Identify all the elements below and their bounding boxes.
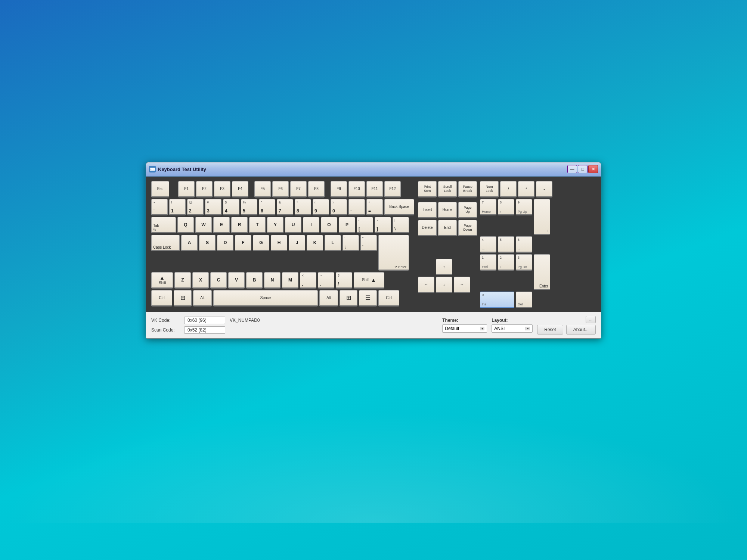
key-k[interactable]: K bbox=[307, 235, 323, 251]
key-shift-left[interactable]: ▲ Shift bbox=[151, 272, 173, 289]
key-printscr[interactable]: PrintScrn bbox=[418, 181, 437, 197]
key-num2[interactable]: 2 ↓ bbox=[498, 254, 514, 271]
key-numenter[interactable]: Enter bbox=[534, 254, 550, 290]
key-g[interactable]: G bbox=[253, 235, 269, 251]
key-pagedown[interactable]: PageDown bbox=[458, 220, 477, 236]
key-h[interactable]: H bbox=[271, 235, 287, 251]
key-s[interactable]: S bbox=[199, 235, 216, 251]
key-minus[interactable]: _- bbox=[348, 199, 365, 215]
key-delete[interactable]: Delete bbox=[418, 220, 437, 236]
dots-button[interactable]: ... bbox=[586, 316, 596, 323]
key-pause[interactable]: PauseBreak bbox=[458, 181, 477, 197]
maximize-button[interactable]: □ bbox=[578, 165, 588, 173]
key-equals[interactable]: += bbox=[366, 199, 383, 215]
key-t[interactable]: T bbox=[249, 217, 266, 233]
key-f10[interactable]: F10 bbox=[348, 181, 365, 197]
key-x[interactable]: X bbox=[192, 272, 209, 289]
key-right[interactable]: → bbox=[454, 277, 470, 293]
key-f7[interactable]: F7 bbox=[290, 181, 307, 197]
key-home[interactable]: Home bbox=[438, 202, 457, 218]
key-num0[interactable]: 0 Ins bbox=[480, 292, 514, 308]
key-win-right[interactable]: ⊞ bbox=[340, 290, 357, 307]
key-ctrl-right[interactable]: Ctrl bbox=[378, 290, 399, 307]
key-capslock[interactable]: Caps Lock bbox=[151, 235, 180, 251]
key-menu[interactable]: ☰ bbox=[359, 290, 377, 307]
about-button[interactable]: About... bbox=[566, 325, 596, 335]
key-insert[interactable]: Insert bbox=[418, 202, 437, 218]
key-num4[interactable]: 4 ← bbox=[480, 236, 496, 253]
key-f6[interactable]: F6 bbox=[272, 181, 289, 197]
key-0[interactable]: )0 bbox=[331, 199, 347, 215]
key-f2[interactable]: F2 bbox=[196, 181, 213, 197]
key-alt-left[interactable]: Alt bbox=[193, 290, 212, 307]
key-esc[interactable]: Esc bbox=[151, 181, 169, 197]
key-f5[interactable]: F5 bbox=[254, 181, 271, 197]
key-left[interactable]: ← bbox=[418, 277, 434, 293]
key-num1[interactable]: 1 End bbox=[480, 254, 496, 271]
key-space[interactable]: Space bbox=[213, 290, 318, 307]
key-enter[interactable]: ↵ Enter bbox=[378, 235, 409, 271]
key-2[interactable]: @2 bbox=[187, 199, 204, 215]
key-backtick[interactable]: ~` bbox=[151, 199, 168, 215]
key-f[interactable]: F bbox=[235, 235, 251, 251]
key-nummul[interactable]: * bbox=[518, 181, 534, 197]
key-num9[interactable]: 9 Pg Up bbox=[516, 199, 532, 215]
key-f1[interactable]: F1 bbox=[178, 181, 195, 197]
key-semicolon[interactable]: :; bbox=[342, 235, 359, 251]
key-i[interactable]: I bbox=[303, 217, 319, 233]
key-u[interactable]: U bbox=[285, 217, 301, 233]
key-f9[interactable]: F9 bbox=[331, 181, 347, 197]
key-c[interactable]: C bbox=[210, 272, 227, 289]
key-y[interactable]: Y bbox=[267, 217, 283, 233]
key-n[interactable]: N bbox=[264, 272, 280, 289]
key-tab[interactable]: Tab ↹ bbox=[151, 217, 176, 233]
key-6[interactable]: ^6 bbox=[259, 199, 275, 215]
key-8[interactable]: *8 bbox=[295, 199, 311, 215]
key-numminus[interactable]: - bbox=[536, 181, 552, 197]
key-d[interactable]: D bbox=[217, 235, 233, 251]
key-f8[interactable]: F8 bbox=[308, 181, 325, 197]
key-slash[interactable]: ?/ bbox=[336, 272, 352, 289]
key-num6[interactable]: 6 → bbox=[516, 236, 532, 253]
key-5[interactable]: %5 bbox=[241, 199, 257, 215]
key-j[interactable]: J bbox=[289, 235, 305, 251]
key-down[interactable]: ↓ bbox=[436, 277, 452, 293]
key-num5[interactable]: 5 bbox=[498, 236, 514, 253]
key-b[interactable]: B bbox=[246, 272, 263, 289]
key-7[interactable]: &7 bbox=[277, 199, 293, 215]
key-num3[interactable]: 3 Pg Dn bbox=[516, 254, 532, 271]
key-e[interactable]: E bbox=[213, 217, 230, 233]
key-z[interactable]: Z bbox=[174, 272, 191, 289]
key-numplus[interactable]: + bbox=[534, 199, 550, 235]
key-lbracket[interactable]: {[ bbox=[357, 217, 373, 233]
key-rbracket[interactable]: }] bbox=[375, 217, 391, 233]
key-v[interactable]: V bbox=[228, 272, 245, 289]
key-3[interactable]: #3 bbox=[205, 199, 221, 215]
key-num7[interactable]: 7 Home bbox=[480, 199, 496, 215]
key-numdel[interactable]: . Del bbox=[516, 292, 532, 308]
key-numlock[interactable]: NumLock bbox=[480, 181, 499, 197]
key-num8[interactable]: 8 ↑ bbox=[498, 199, 514, 215]
key-9[interactable]: (9 bbox=[313, 199, 329, 215]
key-l[interactable]: L bbox=[325, 235, 341, 251]
key-pageup[interactable]: PageUp bbox=[458, 202, 477, 218]
key-shift-right[interactable]: Shift ▲ bbox=[354, 272, 384, 289]
key-ctrl-left[interactable]: Ctrl bbox=[151, 290, 172, 307]
key-q[interactable]: Q bbox=[177, 217, 194, 233]
key-f12[interactable]: F12 bbox=[384, 181, 401, 197]
key-up[interactable]: ↑ bbox=[436, 259, 452, 275]
key-quote[interactable]: "' bbox=[360, 235, 377, 251]
close-button[interactable]: ✕ bbox=[588, 165, 598, 173]
key-1[interactable]: !1 bbox=[169, 199, 186, 215]
key-f4[interactable]: F4 bbox=[232, 181, 248, 197]
key-win-left[interactable]: ⊞ bbox=[174, 290, 192, 307]
minimize-button[interactable]: — bbox=[567, 165, 577, 173]
theme-dropdown[interactable]: Default ▾ bbox=[442, 324, 487, 333]
key-end[interactable]: End bbox=[438, 220, 457, 236]
key-r[interactable]: R bbox=[231, 217, 248, 233]
key-f3[interactable]: F3 bbox=[214, 181, 230, 197]
key-o[interactable]: O bbox=[321, 217, 337, 233]
key-w[interactable]: W bbox=[195, 217, 212, 233]
key-alt-right[interactable]: Alt bbox=[319, 290, 338, 307]
key-f11[interactable]: F11 bbox=[366, 181, 383, 197]
